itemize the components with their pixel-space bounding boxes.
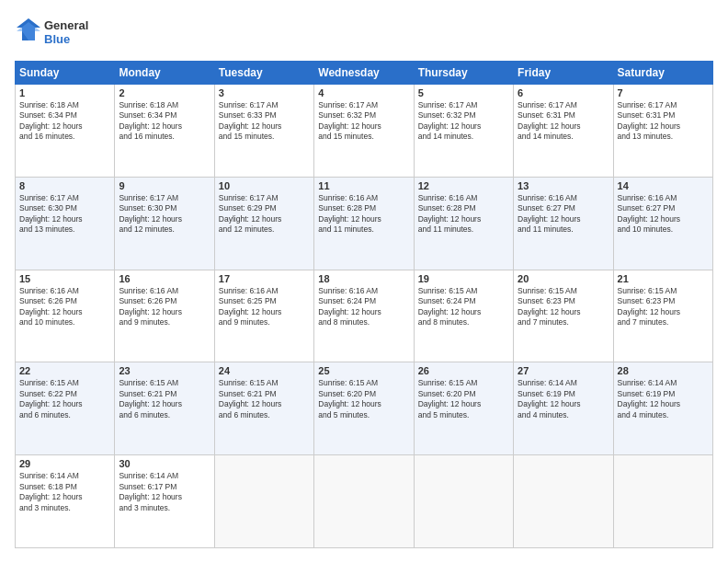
day-info: Sunrise: 6:14 AMSunset: 6:19 PMDaylight:…: [618, 378, 709, 420]
calendar-cell: 25Sunrise: 6:15 AMSunset: 6:20 PMDayligh…: [314, 362, 414, 455]
day-info: Sunrise: 6:15 AMSunset: 6:21 PMDaylight:…: [119, 378, 210, 420]
day-number: 7: [618, 87, 709, 98]
day-info: Sunrise: 6:18 AMSunset: 6:34 PMDaylight:…: [19, 100, 110, 143]
day-info: Sunrise: 6:14 AMSunset: 6:17 PMDaylight:…: [119, 471, 210, 513]
calendar-cell: 26Sunrise: 6:15 AMSunset: 6:20 PMDayligh…: [414, 362, 513, 455]
day-info: Sunrise: 6:17 AMSunset: 6:31 PMDaylight:…: [518, 100, 609, 143]
calendar-cell: 7Sunrise: 6:17 AMSunset: 6:31 PMDaylight…: [613, 85, 712, 178]
day-info: Sunrise: 6:15 AMSunset: 6:24 PMDaylight:…: [418, 286, 509, 328]
page: General Blue SundayMondayTuesdayWednesda…: [0, 0, 728, 563]
calendar-cell: 30Sunrise: 6:14 AMSunset: 6:17 PMDayligh…: [115, 455, 214, 548]
day-number: 12: [418, 180, 509, 191]
day-info: Sunrise: 6:17 AMSunset: 6:29 PMDaylight:…: [219, 193, 310, 236]
calendar-week-1: 1Sunrise: 6:18 AMSunset: 6:34 PMDaylight…: [16, 85, 713, 178]
day-info: Sunrise: 6:16 AMSunset: 6:24 PMDaylight:…: [318, 286, 409, 328]
day-number: 27: [518, 365, 609, 376]
day-info: Sunrise: 6:17 AMSunset: 6:32 PMDaylight:…: [318, 100, 409, 143]
day-number: 16: [119, 273, 210, 284]
col-header-wednesday: Wednesday: [314, 62, 414, 85]
calendar-cell: 21Sunrise: 6:15 AMSunset: 6:23 PMDayligh…: [613, 270, 712, 362]
calendar-week-3: 15Sunrise: 6:16 AMSunset: 6:26 PMDayligh…: [16, 270, 713, 362]
calendar-cell: 2Sunrise: 6:18 AMSunset: 6:34 PMDaylight…: [115, 85, 214, 178]
day-number: 22: [19, 365, 110, 376]
svg-text:General: General: [44, 18, 88, 32]
logo: General Blue: [15, 15, 97, 52]
day-info: Sunrise: 6:15 AMSunset: 6:23 PMDaylight:…: [618, 286, 709, 328]
header-row: SundayMondayTuesdayWednesdayThursdayFrid…: [16, 62, 713, 85]
calendar-cell: 28Sunrise: 6:14 AMSunset: 6:19 PMDayligh…: [613, 362, 712, 455]
day-number: 11: [318, 180, 409, 191]
calendar-cell: 19Sunrise: 6:15 AMSunset: 6:24 PMDayligh…: [414, 270, 513, 362]
day-info: Sunrise: 6:14 AMSunset: 6:19 PMDaylight:…: [518, 378, 609, 420]
header: General Blue: [15, 15, 713, 52]
day-info: Sunrise: 6:15 AMSunset: 6:21 PMDaylight:…: [219, 378, 310, 420]
calendar-cell: 27Sunrise: 6:14 AMSunset: 6:19 PMDayligh…: [514, 362, 613, 455]
day-number: 28: [618, 365, 709, 376]
day-number: 15: [19, 273, 110, 284]
day-number: 18: [318, 273, 409, 284]
day-number: 26: [418, 365, 509, 376]
calendar-cell: 8Sunrise: 6:17 AMSunset: 6:30 PMDaylight…: [16, 177, 115, 270]
calendar-cell: 24Sunrise: 6:15 AMSunset: 6:21 PMDayligh…: [214, 362, 313, 455]
day-number: 17: [219, 273, 310, 284]
day-info: Sunrise: 6:16 AMSunset: 6:27 PMDaylight:…: [618, 193, 709, 236]
calendar-cell: 4Sunrise: 6:17 AMSunset: 6:32 PMDaylight…: [314, 85, 414, 178]
col-header-sunday: Sunday: [16, 62, 115, 85]
day-number: 23: [119, 365, 210, 376]
day-info: Sunrise: 6:16 AMSunset: 6:28 PMDaylight:…: [318, 193, 409, 236]
day-number: 9: [119, 180, 210, 191]
day-info: Sunrise: 6:17 AMSunset: 6:30 PMDaylight:…: [119, 193, 210, 236]
day-info: Sunrise: 6:16 AMSunset: 6:25 PMDaylight:…: [219, 286, 310, 328]
day-number: 21: [618, 273, 709, 284]
calendar-cell: 22Sunrise: 6:15 AMSunset: 6:22 PMDayligh…: [16, 362, 115, 455]
day-info: Sunrise: 6:16 AMSunset: 6:26 PMDaylight:…: [119, 286, 210, 328]
day-number: 30: [119, 458, 210, 469]
day-info: Sunrise: 6:15 AMSunset: 6:23 PMDaylight:…: [518, 286, 609, 328]
day-number: 24: [219, 365, 310, 376]
calendar-cell: 20Sunrise: 6:15 AMSunset: 6:23 PMDayligh…: [514, 270, 613, 362]
col-header-friday: Friday: [514, 62, 613, 85]
day-info: Sunrise: 6:15 AMSunset: 6:22 PMDaylight:…: [19, 378, 110, 420]
day-number: 3: [219, 87, 310, 98]
calendar-cell: 9Sunrise: 6:17 AMSunset: 6:30 PMDaylight…: [115, 177, 214, 270]
calendar-cell: [514, 455, 613, 548]
calendar-cell: 3Sunrise: 6:17 AMSunset: 6:33 PMDaylight…: [214, 85, 313, 178]
day-number: 14: [618, 180, 709, 191]
col-header-thursday: Thursday: [414, 62, 513, 85]
calendar-cell: 16Sunrise: 6:16 AMSunset: 6:26 PMDayligh…: [115, 270, 214, 362]
day-number: 1: [19, 87, 110, 98]
day-info: Sunrise: 6:17 AMSunset: 6:33 PMDaylight:…: [219, 100, 310, 143]
day-number: 20: [518, 273, 609, 284]
day-number: 2: [119, 87, 210, 98]
calendar-cell: 1Sunrise: 6:18 AMSunset: 6:34 PMDaylight…: [16, 85, 115, 178]
calendar-cell: [414, 455, 513, 548]
col-header-monday: Monday: [115, 62, 214, 85]
day-number: 6: [518, 87, 609, 98]
calendar-week-4: 22Sunrise: 6:15 AMSunset: 6:22 PMDayligh…: [16, 362, 713, 455]
calendar-week-5: 29Sunrise: 6:14 AMSunset: 6:18 PMDayligh…: [16, 455, 713, 548]
col-header-saturday: Saturday: [613, 62, 712, 85]
day-info: Sunrise: 6:16 AMSunset: 6:28 PMDaylight:…: [418, 193, 509, 236]
day-info: Sunrise: 6:17 AMSunset: 6:32 PMDaylight:…: [418, 100, 509, 143]
calendar-cell: 23Sunrise: 6:15 AMSunset: 6:21 PMDayligh…: [115, 362, 214, 455]
day-info: Sunrise: 6:16 AMSunset: 6:26 PMDaylight:…: [19, 286, 110, 328]
calendar-cell: 12Sunrise: 6:16 AMSunset: 6:28 PMDayligh…: [414, 177, 513, 270]
day-number: 25: [318, 365, 409, 376]
calendar-cell: 15Sunrise: 6:16 AMSunset: 6:26 PMDayligh…: [16, 270, 115, 362]
day-number: 4: [318, 87, 409, 98]
calendar-cell: 14Sunrise: 6:16 AMSunset: 6:27 PMDayligh…: [613, 177, 712, 270]
day-number: 8: [19, 180, 110, 191]
day-number: 29: [19, 458, 110, 469]
calendar-cell: 13Sunrise: 6:16 AMSunset: 6:27 PMDayligh…: [514, 177, 613, 270]
calendar-cell: [613, 455, 712, 548]
day-info: Sunrise: 6:15 AMSunset: 6:20 PMDaylight:…: [418, 378, 509, 420]
day-info: Sunrise: 6:16 AMSunset: 6:27 PMDaylight:…: [518, 193, 609, 236]
day-info: Sunrise: 6:18 AMSunset: 6:34 PMDaylight:…: [119, 100, 210, 143]
logo-svg: General Blue: [15, 15, 97, 52]
calendar-table: SundayMondayTuesdayWednesdayThursdayFrid…: [15, 61, 713, 548]
day-number: 5: [418, 87, 509, 98]
calendar-week-2: 8Sunrise: 6:17 AMSunset: 6:30 PMDaylight…: [16, 177, 713, 270]
day-number: 13: [518, 180, 609, 191]
calendar-cell: [214, 455, 313, 548]
calendar-cell: 11Sunrise: 6:16 AMSunset: 6:28 PMDayligh…: [314, 177, 414, 270]
